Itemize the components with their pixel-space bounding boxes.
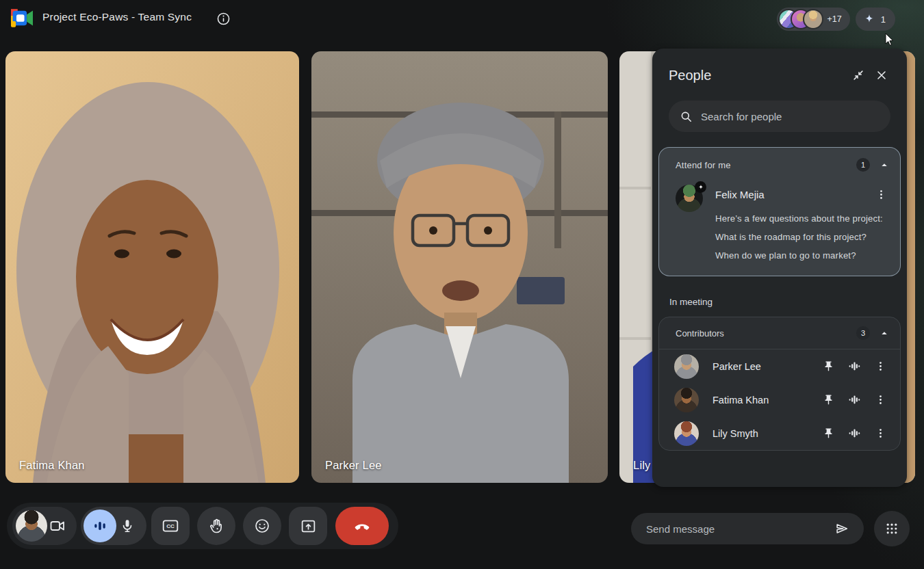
self-view-avatar[interactable] xyxy=(16,510,47,542)
in-meeting-label: In meeting xyxy=(669,297,907,307)
contributors-title: Contributors xyxy=(676,328,856,339)
gemini-attend-badge xyxy=(695,181,706,193)
tile-name-label: Parker Lee xyxy=(325,459,382,472)
people-search-input[interactable] xyxy=(701,111,880,122)
present-screen-button[interactable] xyxy=(289,507,327,545)
contributors-header[interactable]: Contributors 3 xyxy=(659,317,900,349)
avatar-fatima-khan xyxy=(674,388,699,412)
end-call-icon xyxy=(353,517,371,535)
contributor-name: Fatima Khan xyxy=(699,395,815,406)
pin-icon xyxy=(823,427,834,439)
contributor-row-fatima[interactable]: Fatima Khan xyxy=(659,383,900,416)
video-tile-parker-lee[interactable]: Parker Lee xyxy=(311,51,608,483)
audio-level-indicator[interactable] xyxy=(841,421,867,447)
attend-notes: Here’s a few questions about the project… xyxy=(715,213,890,261)
meeting-info-button[interactable] xyxy=(215,10,231,27)
contributor-name: Parker Lee xyxy=(699,361,815,372)
participants-overflow-button[interactable]: +17 xyxy=(777,8,850,31)
apps-grid-icon xyxy=(885,522,899,535)
adaptive-audio-button[interactable] xyxy=(84,510,116,542)
audio-level-indicator[interactable] xyxy=(841,354,867,380)
more-vert-icon xyxy=(875,360,886,372)
audio-bars-icon xyxy=(848,360,861,373)
top-right-group: +17 1 xyxy=(777,8,895,31)
reactions-button[interactable] xyxy=(243,507,281,545)
send-icon xyxy=(834,521,849,536)
close-panel-button[interactable] xyxy=(870,64,893,87)
captions-icon: CC xyxy=(162,517,179,535)
chevron-up-icon[interactable] xyxy=(878,159,890,171)
close-icon xyxy=(875,68,888,82)
chevron-up-icon[interactable] xyxy=(878,327,890,339)
present-icon xyxy=(300,518,317,535)
emoji-icon xyxy=(254,518,270,534)
video-tile-fatima-khan[interactable]: Fatima Khan xyxy=(5,51,299,483)
contributor-row-lily[interactable]: Lily Smyth xyxy=(659,416,900,450)
gemini-badge-count: 1 xyxy=(881,14,886,25)
collapse-panel-button[interactable] xyxy=(847,64,870,87)
attend-section-header[interactable]: Attend for me 1 xyxy=(676,156,890,174)
contributor-name: Lily Smyth xyxy=(699,428,815,439)
pin-participant-button[interactable] xyxy=(815,387,841,413)
top-bar: Project Eco-Paws - Team Sync +17 1 xyxy=(0,0,924,38)
end-call-button[interactable] xyxy=(335,507,389,545)
apps-grid-button[interactable] xyxy=(874,511,910,546)
more-vert-icon xyxy=(875,394,886,406)
attend-entry-body: Felix Mejia Here’s a few questions about… xyxy=(703,185,890,261)
people-panel-header: People xyxy=(652,49,907,87)
sparkle-icon xyxy=(697,184,704,191)
participant-more-options-button[interactable] xyxy=(867,387,893,413)
attend-note-line: What is the roadmap for this project? xyxy=(715,232,890,242)
cc-label: CC xyxy=(166,523,175,529)
pin-icon xyxy=(823,394,834,406)
contributors-count-badge: 3 xyxy=(856,326,870,340)
audio-bars-icon xyxy=(848,393,861,406)
participant-avatar xyxy=(803,9,823,29)
people-panel: People Attend for me 1 xyxy=(652,49,907,487)
meet-window: Project Eco-Paws - Team Sync +17 1 xyxy=(0,0,924,569)
people-search-bar xyxy=(669,101,890,132)
gemini-sparkle-icon xyxy=(863,13,875,25)
video-feed-fatima xyxy=(5,51,299,483)
attend-note-line: Here’s a few questions about the project… xyxy=(715,213,890,224)
microphone-control-pill[interactable] xyxy=(81,507,146,545)
more-vert-icon xyxy=(875,427,886,439)
pin-icon xyxy=(823,360,834,372)
send-message-button[interactable] xyxy=(830,516,854,541)
camera-control-pill[interactable] xyxy=(12,507,77,545)
attend-person-name: Felix Mejia xyxy=(715,189,871,200)
participant-more-options-button[interactable] xyxy=(867,421,893,447)
audio-level-indicator[interactable] xyxy=(841,387,867,413)
attend-for-me-section: Attend for me 1 Felix Mejia xyxy=(658,147,901,276)
send-message-input[interactable] xyxy=(646,523,830,535)
avatar-parker-lee xyxy=(674,354,699,379)
pin-participant-button[interactable] xyxy=(815,354,841,380)
meeting-title: Project Eco-Paws - Team Sync xyxy=(42,11,192,23)
gemini-badge-button[interactable]: 1 xyxy=(856,8,895,31)
more-vert-icon xyxy=(875,189,887,200)
attend-entry-felix: Felix Mejia Here’s a few questions about… xyxy=(676,185,890,261)
pin-participant-button[interactable] xyxy=(815,421,841,447)
audio-mode-icon xyxy=(92,518,107,533)
tile-name-label: Fatima Khan xyxy=(19,459,85,472)
attend-count-badge: 1 xyxy=(856,158,870,172)
video-feed-parker xyxy=(311,51,608,483)
participant-more-options-button[interactable] xyxy=(867,354,893,380)
people-panel-title: People xyxy=(669,68,847,83)
search-icon xyxy=(680,110,693,123)
raise-hand-button[interactable] xyxy=(197,507,235,545)
attend-section-title: Attend for me xyxy=(676,160,856,170)
felix-avatar-wrap xyxy=(676,185,703,212)
google-meet-logo-icon xyxy=(11,9,33,27)
participants-overflow-count: +17 xyxy=(827,14,842,24)
avatar-lily-smyth xyxy=(674,421,699,446)
collapse-icon xyxy=(851,68,865,82)
info-icon xyxy=(216,12,231,26)
attend-note-line: When do we plan to go to market? xyxy=(715,250,890,261)
camera-icon xyxy=(49,518,66,534)
send-message-bar xyxy=(631,513,864,544)
captions-button[interactable]: CC xyxy=(151,507,190,545)
contributor-row-parker[interactable]: Parker Lee xyxy=(659,349,900,383)
attend-more-options-button[interactable] xyxy=(871,185,890,204)
tile-name-label: Lily xyxy=(633,459,651,472)
